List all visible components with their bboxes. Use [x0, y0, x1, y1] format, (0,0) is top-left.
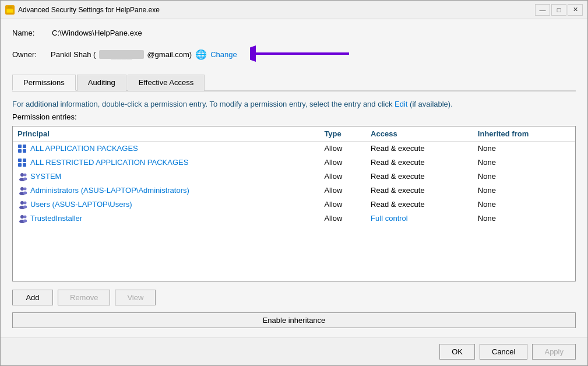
principal-name: TrustedInstaller [30, 214, 82, 223]
tab-permissions[interactable]: Permissions [12, 75, 76, 91]
svg-point-24 [24, 201, 27, 204]
inherited-from-cell: None [473, 198, 575, 212]
cancel-button[interactable]: Cancel [480, 344, 527, 360]
enable-inheritance-button[interactable]: Enable inheritance [12, 312, 576, 328]
type-cell: Allow [319, 184, 366, 198]
section-label: Permission entries: [12, 112, 576, 121]
svg-point-22 [20, 201, 24, 205]
tab-auditing[interactable]: Auditing [77, 75, 126, 91]
main-window: Advanced Security Settings for HelpPane.… [0, 0, 588, 366]
window-icon [5, 5, 15, 15]
svg-rect-12 [18, 163, 22, 167]
principal-name: SYSTEM [30, 172, 61, 181]
view-button[interactable]: View [115, 290, 156, 305]
action-buttons-row: Add Remove View [12, 290, 576, 305]
access-cell: Read & execute [366, 141, 473, 156]
col-access: Access [366, 126, 473, 142]
table-row[interactable]: ALL APPLICATION PACKAGES Allow Read & ex… [13, 141, 575, 156]
inherited-from-cell: None [473, 212, 575, 226]
globe-icon: 🌐 [195, 49, 207, 60]
tabs-container: Permissions Auditing Effective Access [12, 74, 576, 92]
principal-cell: Administrators (ASUS-LAPTOP\Administrato… [17, 186, 315, 195]
name-label: Name: [12, 29, 47, 37]
principal-icon [17, 172, 27, 181]
access-cell: Read & execute [366, 198, 473, 212]
col-principal: Principal [13, 126, 319, 142]
access-cell: Read & execute [366, 184, 473, 198]
owner-value: Pankil Shah ( ████ @gmail.com) [51, 50, 192, 59]
col-inherited-from: Inherited from [473, 126, 575, 142]
type-cell: Allow [319, 156, 366, 170]
access-cell: Read & execute [366, 170, 473, 184]
remove-button[interactable]: Remove [58, 290, 110, 305]
principal-name: Users (ASUS-LAPTOP\Users) [30, 200, 132, 209]
svg-rect-2 [8, 6, 10, 8]
type-cell: Allow [319, 170, 366, 184]
footer: OK Cancel Apply [1, 337, 587, 365]
tab-effective-access[interactable]: Effective Access [128, 75, 205, 91]
principal-cell: Users (ASUS-LAPTOP\Users) [17, 200, 315, 209]
svg-rect-11 [23, 159, 26, 162]
owner-redacted: ████ [99, 50, 144, 59]
access-cell: Read & execute [366, 156, 473, 170]
window-title: Advanced Security Settings for HelpPane.… [18, 6, 535, 14]
svg-point-18 [20, 187, 24, 191]
name-value: C:\Windows\HelpPane.exe [52, 29, 142, 37]
maximize-button[interactable]: □ [551, 4, 566, 16]
principal-cell: ALL APPLICATION PACKAGES [17, 144, 315, 153]
svg-rect-9 [23, 149, 26, 153]
svg-point-28 [24, 215, 27, 218]
inherited-from-cell: None [473, 141, 575, 156]
window-controls: — □ ✕ [535, 4, 583, 16]
table-row[interactable]: Administrators (ASUS-LAPTOP\Administrato… [13, 184, 575, 198]
permissions-tab-content: For additional information, double-click… [12, 96, 576, 121]
ok-button[interactable]: OK [439, 344, 475, 360]
owner-row: Owner: Pankil Shah ( ████ @gmail.com) 🌐 … [12, 43, 576, 66]
close-button[interactable]: ✕ [568, 4, 583, 16]
inherited-from-cell: None [473, 184, 575, 198]
edit-link-text: Edit [395, 100, 407, 108]
svg-rect-7 [23, 145, 26, 148]
principal-icon [17, 158, 27, 167]
svg-point-26 [20, 215, 24, 219]
apply-button[interactable]: Apply [532, 344, 576, 360]
principal-icon [17, 186, 27, 195]
svg-rect-10 [18, 159, 22, 162]
access-cell: Full control [366, 212, 473, 226]
table-row[interactable]: Users (ASUS-LAPTOP\Users) Allow Read & e… [13, 198, 575, 212]
principal-cell: ALL RESTRICTED APPLICATION PACKAGES [17, 158, 315, 167]
principal-cell: SYSTEM [17, 172, 315, 181]
principal-icon [17, 200, 27, 209]
principal-cell: TrustedInstaller [17, 214, 315, 223]
table-row[interactable]: SYSTEM Allow Read & execute None [13, 170, 575, 184]
svg-point-20 [24, 187, 27, 190]
table-row[interactable]: TrustedInstaller Allow Full control None [13, 212, 575, 226]
svg-rect-8 [18, 149, 22, 153]
principal-icon [17, 214, 27, 223]
minimize-button[interactable]: — [535, 4, 550, 16]
principal-name: Administrators (ASUS-LAPTOP\Administrato… [30, 186, 189, 195]
svg-point-14 [20, 173, 24, 177]
change-link[interactable]: Change [210, 50, 237, 59]
permissions-table-container[interactable]: Principal Type Access Inherited from ALL… [12, 126, 576, 282]
type-cell: Allow [319, 141, 366, 156]
principal-icon [17, 144, 27, 153]
arrow-annotation [250, 43, 355, 66]
title-bar: Advanced Security Settings for HelpPane.… [1, 1, 587, 19]
svg-point-16 [24, 173, 27, 176]
svg-rect-3 [10, 6, 12, 8]
add-button[interactable]: Add [12, 290, 53, 305]
table-row[interactable]: ALL RESTRICTED APPLICATION PACKAGES Allo… [13, 156, 575, 170]
info-text: For additional information, double-click… [12, 98, 576, 110]
type-cell: Allow [319, 198, 366, 212]
principal-name: ALL APPLICATION PACKAGES [30, 144, 138, 153]
inherited-from-cell: None [473, 156, 575, 170]
owner-label: Owner: [12, 50, 47, 59]
svg-rect-6 [18, 145, 22, 148]
table-header-row: Principal Type Access Inherited from [13, 126, 575, 142]
svg-rect-13 [23, 163, 26, 167]
inherited-from-cell: None [473, 170, 575, 184]
col-type: Type [319, 126, 366, 142]
permissions-table: Principal Type Access Inherited from ALL… [13, 126, 575, 226]
content-area: Name: C:\Windows\HelpPane.exe Owner: Pan… [1, 19, 587, 337]
